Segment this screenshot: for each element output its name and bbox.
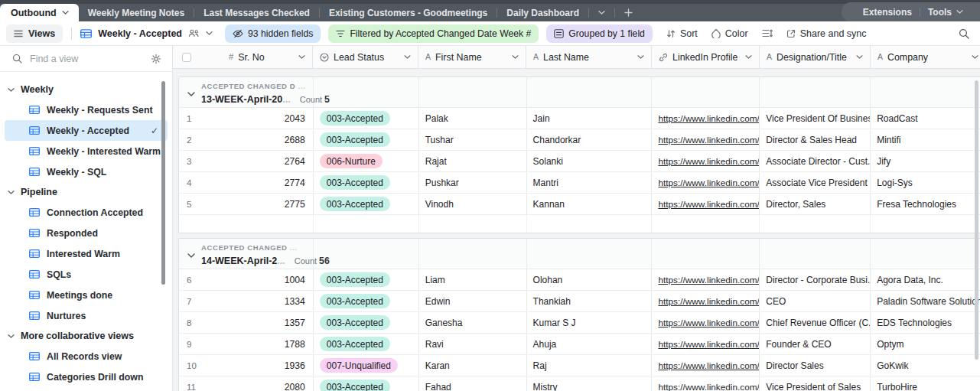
cell-linkedin-profile[interactable]: https://www.linkedin.com/... [652, 312, 760, 333]
cell-last-name[interactable]: Ahuja [527, 334, 653, 354]
search-icon[interactable] [959, 28, 969, 39]
cell-first-name[interactable]: Ganesha [419, 312, 527, 333]
sidebar-view-item[interactable]: Categories Drill down ✓ [5, 367, 168, 387]
sidebar-view-item[interactable]: Connection Accepted ✓ [5, 202, 168, 223]
add-table-icon[interactable] [615, 8, 642, 17]
cell-designation[interactable]: Director Sales [760, 355, 871, 376]
cell-company[interactable]: RoadCast [871, 108, 980, 129]
chevron-down-icon[interactable] [972, 55, 980, 59]
cell-designation[interactable]: Founder & CEO [760, 334, 871, 354]
cell-designation[interactable]: Associate Director - Cust... [760, 151, 871, 171]
cell-designation[interactable]: Director - Corporate Busi... [760, 269, 871, 290]
row-id-cell[interactable]: 6 1004 [179, 269, 314, 290]
cell-linkedin[interactable]: https://www.linkedin.com/... [658, 156, 760, 167]
cell-linkedin-profile[interactable]: https://www.linkedin.com/... [652, 269, 760, 290]
cell-linkedin[interactable]: https://www.linkedin.com/... [658, 382, 760, 391]
sidebar-section-header[interactable]: More collaborative views [0, 326, 172, 346]
group-header[interactable]: ACCEPTED CHANGED 14-WEEK-April-2 Count56 [179, 239, 980, 269]
sidebar-view-item[interactable]: SQLs ✓ [5, 264, 168, 285]
table-row[interactable]: 8 1357 003-Accepted Ganesha Kumar S J ht… [179, 312, 980, 334]
sidebar-view-item[interactable]: Weekly - Accepted ✓ [5, 120, 168, 141]
sidebar-view-item[interactable]: Interested Warm ✓ [5, 243, 168, 264]
tab-overflow-chevron-icon[interactable] [589, 11, 614, 15]
collapse-group-icon[interactable] [187, 92, 195, 96]
cell-company[interactable]: Optym [871, 334, 980, 354]
column-header[interactable]: # A First Name [418, 46, 526, 68]
cell-first-name[interactable]: Karan [419, 355, 527, 376]
cell-linkedin-profile[interactable]: https://www.linkedin.com/... [652, 108, 760, 129]
cell-company[interactable]: GoKwik [871, 355, 980, 376]
cell-linkedin-profile[interactable]: https://www.linkedin.com/... [652, 355, 760, 376]
column-header[interactable]: # A LinkedIn Profile [652, 46, 760, 68]
cell-company[interactable]: Fresa Technologies [871, 194, 980, 214]
cell-company[interactable]: Logi-Sys [871, 172, 980, 193]
chevron-down-icon[interactable] [404, 55, 418, 59]
chevron-down-icon[interactable] [745, 55, 759, 59]
cell-first-name[interactable]: Ravi [419, 334, 527, 354]
hidden-fields-button[interactable]: 93 hidden fields [225, 24, 321, 43]
group-header[interactable]: ACCEPTED CHANGED D 13-WEEK-April-20 Coun… [179, 77, 980, 108]
cell-lead-status[interactable]: 003-Accepted [314, 334, 419, 354]
table-row[interactable]: 1 2043 003-Accepted Palak Jain https://w… [179, 108, 980, 129]
gear-icon[interactable] [151, 54, 161, 64]
sidebar-view-item[interactable]: Responded ✓ [5, 223, 168, 243]
cell-lead-status[interactable]: 003-Accepted [314, 269, 419, 290]
cell-designation[interactable]: Associate Vice President ... [760, 172, 871, 193]
active-base-tab[interactable]: Outbound [0, 4, 79, 21]
table-row[interactable]: 9 1788 003-Accepted Ravi Ahuja https://w… [179, 334, 980, 355]
cell-linkedin[interactable]: https://www.linkedin.com/... [658, 296, 760, 307]
sidebar-view-item[interactable]: Weekly - Interested Warm ✓ [5, 141, 168, 161]
sidebar-section-header[interactable]: Pipeline [0, 182, 172, 202]
find-view-search[interactable]: Find a view [0, 46, 172, 72]
column-header[interactable]: # A Last Name [526, 46, 652, 68]
cell-last-name[interactable]: Kannan [527, 194, 653, 214]
row-height-button[interactable] [762, 29, 773, 37]
table-row[interactable]: 2 2688 003-Accepted Tushar Chandorkar ht… [179, 129, 980, 151]
chevron-down-icon[interactable] [856, 55, 870, 59]
cell-linkedin[interactable]: https://www.linkedin.com/... [658, 360, 760, 371]
cell-last-name[interactable]: Mantri [527, 172, 653, 193]
view-switcher[interactable]: Weekly - Accepted [80, 28, 213, 39]
cell-linkedin[interactable]: https://www.linkedin.com/... [658, 318, 760, 328]
cell-linkedin-profile[interactable]: https://www.linkedin.com/... [652, 151, 760, 171]
row-id-cell[interactable]: 4 2774 [179, 172, 314, 193]
cell-last-name[interactable]: Jain [527, 108, 653, 129]
cell-first-name[interactable]: Fahad [419, 376, 527, 391]
cell-last-name[interactable]: Chandorkar [527, 129, 653, 150]
cell-last-name[interactable]: Solanki [527, 151, 653, 171]
table-row[interactable]: 7 1334 003-Accepted Edwin Thankiah https… [179, 291, 980, 312]
table-row[interactable]: 6 1004 003-Accepted Liam Olohan https://… [179, 269, 980, 291]
cell-linkedin-profile[interactable]: https://www.linkedin.com/... [652, 334, 760, 354]
column-header[interactable]: # A Company [871, 46, 980, 68]
chevron-down-icon[interactable] [298, 55, 312, 59]
topbar-tab[interactable]: Existing Customers - Goodmeetings [320, 4, 497, 21]
sidebar-view-item-partial[interactable] [5, 387, 168, 391]
cell-last-name[interactable]: Raj [527, 355, 653, 376]
cell-last-name[interactable]: Thankiah [527, 291, 653, 311]
cell-designation[interactable]: Director, Sales [760, 194, 871, 214]
cell-linkedin[interactable]: https://www.linkedin.com/... [658, 339, 760, 350]
cell-linkedin-profile[interactable]: https://www.linkedin.com/... [652, 129, 760, 150]
cell-first-name[interactable]: Liam [419, 269, 527, 290]
cell-company[interactable]: Jify [871, 151, 980, 171]
cell-lead-status[interactable]: 003-Accepted [314, 376, 419, 391]
cell-first-name[interactable]: Palak [419, 108, 527, 129]
sidebar-scrollbar[interactable] [161, 81, 165, 285]
chevron-down-icon[interactable] [512, 55, 526, 59]
cell-lead-status[interactable]: 007-Unqualified [314, 355, 419, 376]
cell-designation[interactable]: Vice President of Sales [760, 376, 871, 391]
cell-first-name[interactable]: Pushkar [419, 172, 527, 193]
cell-last-name[interactable]: Kumar S J [527, 312, 653, 333]
topbar-tab[interactable]: Last Messages Checked [194, 4, 319, 21]
table-row[interactable]: 5 2775 003-Accepted Vinodh Kannan https:… [179, 194, 980, 215]
row-id-cell[interactable]: 5 2775 [179, 194, 314, 214]
views-toggle-button[interactable]: Views [6, 24, 63, 43]
sidebar-view-item[interactable]: Meetings done ✓ [5, 285, 168, 305]
cell-lead-status[interactable]: 006-Nurture [314, 151, 419, 171]
cell-last-name[interactable]: Mistry [527, 376, 653, 391]
row-id-cell[interactable]: 7 1334 [179, 291, 314, 311]
cell-linkedin[interactable]: https://www.linkedin.com/... [658, 178, 760, 188]
cell-company[interactable]: EDS Technologies [871, 312, 980, 333]
cell-lead-status[interactable]: 003-Accepted [314, 194, 419, 214]
cell-linkedin-profile[interactable]: https://www.linkedin.com/... [652, 194, 760, 214]
